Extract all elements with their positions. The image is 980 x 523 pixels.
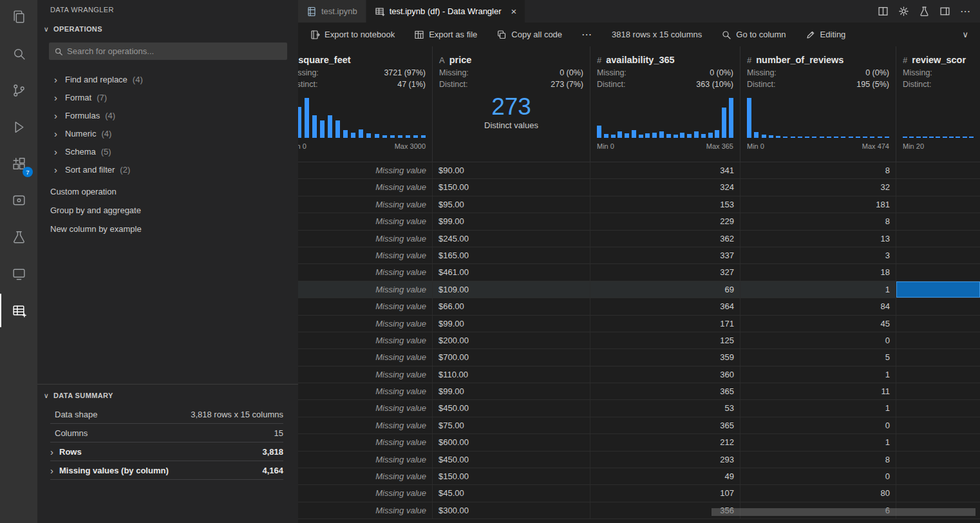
export-as-file-button[interactable]: Export as file xyxy=(414,30,477,40)
summary-row-rows[interactable]: ›Rows3,818 xyxy=(50,442,283,461)
close-icon[interactable]: × xyxy=(511,6,517,17)
tab-test-ipynb[interactable]: test.ipynb xyxy=(298,0,366,23)
cell-number_of_reviews[interactable]: 5 xyxy=(740,349,896,365)
cell-price[interactable]: $150.00 xyxy=(433,179,590,195)
cell-review_scores[interactable] xyxy=(896,264,980,280)
cell-number_of_reviews[interactable]: 45 xyxy=(740,316,896,332)
cell-square_feet[interactable]: Missing value xyxy=(298,316,433,332)
cell-price[interactable]: $165.00 xyxy=(433,247,590,263)
cell-price[interactable]: $99.00 xyxy=(433,316,590,332)
cell-review_scores[interactable] xyxy=(896,400,980,416)
operations-section-header[interactable]: ∨ OPERATIONS xyxy=(37,22,298,36)
cell-availability_365[interactable]: 171 xyxy=(590,316,740,332)
cell-square_feet[interactable]: Missing value xyxy=(298,179,433,195)
cell-square_feet[interactable]: Missing value xyxy=(298,485,433,501)
cell-price[interactable]: $150.00 xyxy=(433,468,590,484)
cell-review_scores[interactable] xyxy=(896,468,980,484)
cell-square_feet[interactable]: Missing value xyxy=(298,468,433,484)
cell-review_scores[interactable] xyxy=(896,452,980,468)
layout-icon[interactable] xyxy=(939,6,950,17)
cell-availability_365[interactable]: 229 xyxy=(590,213,740,229)
activity-item-search[interactable] xyxy=(0,37,37,70)
cell-review_scores[interactable] xyxy=(896,213,980,229)
operation-group-sort-and-filter[interactable]: ›Sort and filter(2) xyxy=(37,160,298,178)
export-to-notebook-button[interactable]: Export to notebook xyxy=(310,30,395,40)
cell-square_feet[interactable]: Missing value xyxy=(298,231,433,247)
cell-number_of_reviews[interactable]: 13 xyxy=(740,231,896,247)
cell-price[interactable]: $95.00 xyxy=(433,196,590,213)
cell-number_of_reviews[interactable]: 1 xyxy=(740,366,896,383)
operation-group-find-and-replace[interactable]: ›Find and replace(4) xyxy=(37,70,298,88)
cell-review_scores[interactable] xyxy=(896,162,980,178)
activity-item-live-preview[interactable] xyxy=(0,257,37,290)
copy-all-code-button[interactable]: Copy all code xyxy=(496,30,562,40)
cell-price[interactable]: $245.00 xyxy=(433,231,590,247)
cell-price[interactable]: $461.00 xyxy=(433,264,590,280)
cell-number_of_reviews[interactable]: 8 xyxy=(740,162,896,178)
cell-number_of_reviews[interactable]: 3 xyxy=(740,247,896,263)
cell-square_feet[interactable]: Missing value xyxy=(298,366,433,383)
activity-item-testing[interactable] xyxy=(0,220,37,254)
cell-price[interactable]: $200.00 xyxy=(433,332,590,348)
horizontal-scrollbar[interactable] xyxy=(711,508,975,516)
cell-review_scores[interactable] xyxy=(896,417,980,433)
cell-availability_365[interactable]: 49 xyxy=(590,468,740,484)
cell-availability_365[interactable]: 153 xyxy=(590,196,740,213)
toolbar-more-icon[interactable]: ⋯ xyxy=(581,28,592,41)
activity-item-remote-explorer[interactable] xyxy=(0,184,37,217)
operation-new-column-by-example[interactable]: New column by example xyxy=(37,220,298,238)
cell-square_feet[interactable]: Missing value xyxy=(298,349,433,365)
cell-square_feet[interactable]: Missing value xyxy=(298,196,433,213)
cell-price[interactable]: $450.00 xyxy=(433,400,590,416)
cell-availability_365[interactable]: 69 xyxy=(590,281,740,298)
operations-search-box[interactable] xyxy=(49,43,287,60)
editing-mode-button[interactable]: Editing xyxy=(806,30,846,40)
cell-availability_365[interactable]: 337 xyxy=(590,247,740,263)
cell-availability_365[interactable]: 327 xyxy=(590,264,740,280)
cell-review_scores[interactable] xyxy=(896,485,980,501)
cell-price[interactable]: $66.00 xyxy=(433,298,590,314)
cell-review_scores[interactable] xyxy=(896,332,980,348)
column-header-price[interactable]: ApriceMissing:0 (0%)Distinct:273 (7%)273… xyxy=(433,46,590,162)
cell-number_of_reviews[interactable]: 0 xyxy=(740,468,896,484)
split-editor-icon[interactable] xyxy=(878,6,889,17)
cell-number_of_reviews[interactable]: 11 xyxy=(740,383,896,399)
cell-availability_365[interactable]: 125 xyxy=(590,332,740,348)
cell-square_feet[interactable]: Missing value xyxy=(298,247,433,263)
column-header-review_scores[interactable]: #review_scorMissing:Distinct:Min 20 xyxy=(896,46,980,162)
operation-group-format[interactable]: ›Format(7) xyxy=(37,88,298,106)
cell-number_of_reviews[interactable]: 80 xyxy=(740,485,896,501)
cell-availability_365[interactable]: 362 xyxy=(590,231,740,247)
cell-availability_365[interactable]: 360 xyxy=(590,366,740,383)
cell-square_feet[interactable]: Missing value xyxy=(298,502,433,518)
cell-price[interactable]: $109.00 xyxy=(433,281,590,298)
cell-availability_365[interactable]: 364 xyxy=(590,298,740,314)
cell-square_feet[interactable]: Missing value xyxy=(298,281,433,298)
go-to-column-button[interactable]: Go to column xyxy=(721,30,786,40)
cell-review_scores[interactable] xyxy=(896,383,980,399)
cell-review_scores[interactable] xyxy=(896,196,980,213)
operations-search-input[interactable] xyxy=(67,46,282,56)
cell-review_scores[interactable] xyxy=(896,366,980,383)
activity-item-data-wrangler[interactable] xyxy=(0,294,37,327)
operation-group-formulas[interactable]: ›Formulas(4) xyxy=(37,106,298,124)
beaker-icon[interactable] xyxy=(919,6,930,17)
cell-number_of_reviews[interactable]: 181 xyxy=(740,196,896,213)
cell-number_of_reviews[interactable]: 8 xyxy=(740,452,896,468)
cell-price[interactable]: $110.00 xyxy=(433,366,590,383)
cell-square_feet[interactable]: Missing value xyxy=(298,452,433,468)
cell-number_of_reviews[interactable]: 32 xyxy=(740,179,896,195)
operation-group-by-and-aggregate[interactable]: Group by and aggregate xyxy=(37,201,298,220)
cell-price[interactable]: $600.00 xyxy=(433,434,590,450)
cell-number_of_reviews[interactable]: 8 xyxy=(740,213,896,229)
cell-number_of_reviews[interactable]: 0 xyxy=(740,332,896,348)
column-header-availability_365[interactable]: #availability_365Missing:0 (0%)Distinct:… xyxy=(590,46,740,162)
cell-square_feet[interactable]: Missing value xyxy=(298,213,433,229)
cell-square_feet[interactable]: Missing value xyxy=(298,417,433,433)
gear-icon[interactable] xyxy=(898,6,909,17)
cell-review_scores[interactable] xyxy=(896,316,980,332)
cell-number_of_reviews[interactable]: 1 xyxy=(740,434,896,450)
column-header-number_of_reviews[interactable]: #number_of_reviewsMissing:0 (0%)Distinct… xyxy=(740,46,896,162)
data-summary-header[interactable]: ∨ DATA SUMMARY xyxy=(37,388,298,403)
operation-custom-operation[interactable]: Custom operation xyxy=(37,182,298,201)
